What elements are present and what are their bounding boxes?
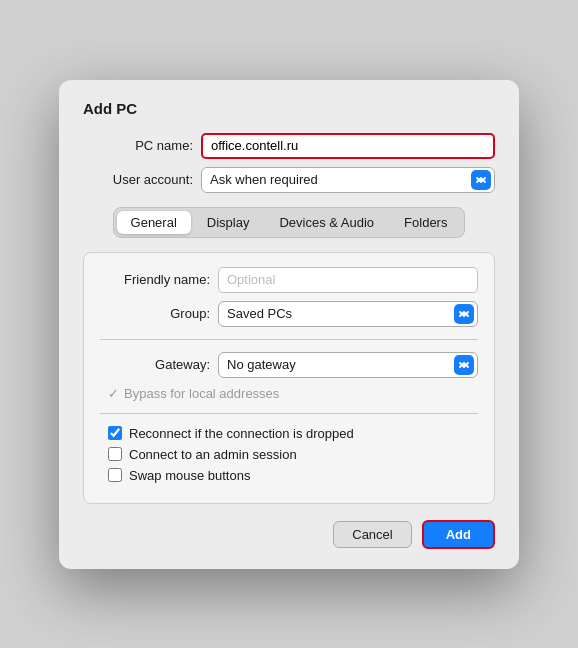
reconnect-label: Reconnect if the connection is dropped xyxy=(129,426,354,441)
pc-name-label: PC name: xyxy=(83,138,193,153)
swap-checkbox[interactable] xyxy=(108,468,122,482)
bypass-row: ✓ Bypass for local addresses xyxy=(100,386,478,401)
checkbox-row-swap: Swap mouse buttons xyxy=(100,468,478,483)
gateway-select[interactable]: No gateway xyxy=(218,352,478,378)
friendly-name-input[interactable] xyxy=(218,267,478,293)
pc-name-input[interactable] xyxy=(201,133,495,159)
group-select-wrap: Saved PCs No group xyxy=(218,301,478,327)
user-account-label: User account: xyxy=(83,172,193,187)
gateway-label: Gateway: xyxy=(100,357,210,372)
checkbox-row-admin: Connect to an admin session xyxy=(100,447,478,462)
user-account-select-wrap: Ask when required Add user account... xyxy=(201,167,495,193)
gateway-wrap: No gateway xyxy=(218,352,478,378)
add-button[interactable]: Add xyxy=(422,520,495,549)
bypass-label: Bypass for local addresses xyxy=(124,386,279,401)
tabs-section: General Display Devices & Audio Folders … xyxy=(83,207,495,504)
pc-name-row: PC name: xyxy=(83,133,495,159)
group-select[interactable]: Saved PCs No group xyxy=(218,301,478,327)
tab-folders[interactable]: Folders xyxy=(390,211,461,234)
group-label: Group: xyxy=(100,306,210,321)
checkbox-row-reconnect: Reconnect if the connection is dropped xyxy=(100,426,478,441)
tab-display[interactable]: Display xyxy=(193,211,264,234)
friendly-name-wrap xyxy=(218,267,478,293)
admin-label: Connect to an admin session xyxy=(129,447,297,462)
tab-general[interactable]: General xyxy=(117,211,191,234)
pc-name-wrap xyxy=(201,133,495,159)
admin-checkbox[interactable] xyxy=(108,447,122,461)
group-wrap: Saved PCs No group xyxy=(218,301,478,327)
gateway-row: Gateway: No gateway xyxy=(100,352,478,378)
group-row: Group: Saved PCs No group xyxy=(100,301,478,327)
friendly-name-label: Friendly name: xyxy=(100,272,210,287)
user-account-wrap: Ask when required Add user account... xyxy=(201,167,495,193)
tab-content-general: Friendly name: Group: Saved PCs No group xyxy=(83,252,495,504)
gateway-select-wrap: No gateway xyxy=(218,352,478,378)
user-account-select[interactable]: Ask when required Add user account... xyxy=(201,167,495,193)
dialog-title: Add PC xyxy=(83,100,495,117)
divider-1 xyxy=(100,339,478,340)
tabs-bar: General Display Devices & Audio Folders xyxy=(113,207,466,238)
user-account-row: User account: Ask when required Add user… xyxy=(83,167,495,193)
dialog-footer: Cancel Add xyxy=(83,520,495,549)
swap-label: Swap mouse buttons xyxy=(129,468,250,483)
tab-devices-audio[interactable]: Devices & Audio xyxy=(265,211,388,234)
bypass-checkmark: ✓ xyxy=(108,386,119,401)
friendly-name-row: Friendly name: xyxy=(100,267,478,293)
divider-2 xyxy=(100,413,478,414)
reconnect-checkbox[interactable] xyxy=(108,426,122,440)
add-pc-dialog: Add PC PC name: User account: Ask when r… xyxy=(59,80,519,569)
checkboxes-section: Reconnect if the connection is dropped C… xyxy=(100,426,478,483)
cancel-button[interactable]: Cancel xyxy=(333,521,411,548)
